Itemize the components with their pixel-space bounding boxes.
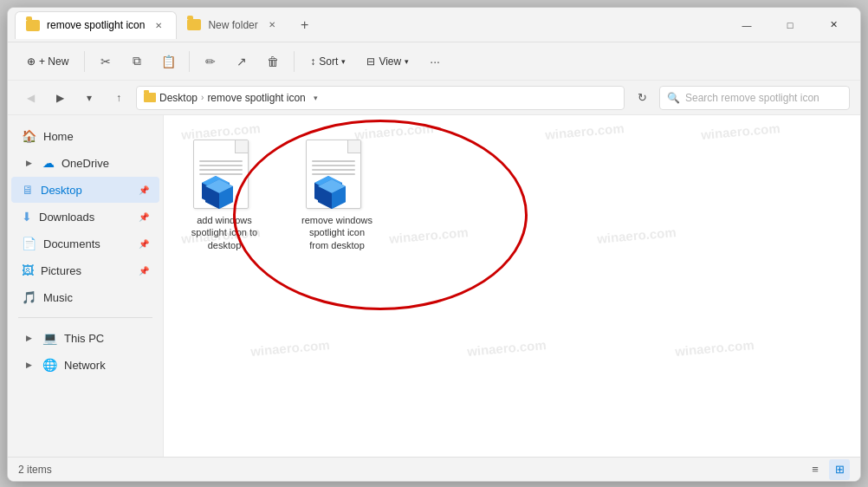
breadcrumb-dropdown-icon[interactable]: ▾ bbox=[309, 86, 323, 110]
reg-file-line bbox=[312, 160, 355, 162]
breadcrumb-current: remove spotlight icon bbox=[207, 92, 305, 104]
onedrive-icon: ☁ bbox=[42, 156, 55, 170]
copy-button[interactable]: ⧉ bbox=[123, 48, 151, 75]
status-bar: 2 items ≡ ⊞ bbox=[8, 457, 860, 481]
delete-button[interactable]: 🗑 bbox=[259, 48, 287, 75]
breadcrumb-desktop: Desktop bbox=[159, 92, 198, 104]
documents-icon: 📄 bbox=[22, 237, 36, 250]
sidebar-item-downloads[interactable]: ⬇ Downloads 📌 bbox=[11, 204, 159, 230]
pin-icon-documents: 📌 bbox=[139, 239, 149, 249]
sidebar-label-pictures: Pictures bbox=[41, 264, 81, 277]
minimize-button[interactable]: — bbox=[727, 11, 767, 39]
more-button[interactable]: ··· bbox=[421, 48, 449, 75]
view-button[interactable]: ⊟ View ▾ bbox=[358, 52, 418, 71]
onedrive-expand-icon[interactable]: ▶ bbox=[22, 156, 36, 170]
back-button[interactable]: ◀ bbox=[18, 86, 42, 110]
refresh-button[interactable]: ↻ bbox=[630, 86, 654, 110]
file-area: winaero.com winaero.com winaero.com wina… bbox=[164, 115, 860, 457]
sort-icon: ↕ bbox=[310, 55, 315, 68]
sidebar: 🏠 Home ▶ ☁ OneDrive 🖥 Desktop 📌 ⬇ Downlo… bbox=[8, 115, 164, 457]
watermark-8: winaero.com bbox=[249, 337, 330, 359]
watermark-9: winaero.com bbox=[466, 337, 547, 359]
list-view-button[interactable]: ≡ bbox=[805, 459, 826, 480]
tab-new-folder[interactable]: New folder ✕ bbox=[177, 11, 288, 39]
grid-view-button[interactable]: ⊞ bbox=[829, 459, 850, 480]
tab-folder-icon bbox=[26, 20, 40, 31]
sidebar-item-pictures[interactable]: 🖼 Pictures 📌 bbox=[11, 257, 159, 283]
sidebar-label-music: Music bbox=[43, 291, 73, 304]
tab-label-inactive: New folder bbox=[208, 19, 257, 31]
view-chevron-icon: ▾ bbox=[405, 57, 409, 66]
items-count: 2 items bbox=[18, 464, 52, 476]
pin-icon-downloads: 📌 bbox=[139, 212, 149, 222]
tab-remove-spotlight[interactable]: remove spotlight icon ✕ bbox=[15, 11, 177, 39]
sidebar-item-documents[interactable]: 📄 Documents 📌 bbox=[11, 231, 159, 256]
breadcrumb-folder-icon bbox=[144, 93, 156, 102]
sidebar-item-home[interactable]: 🏠 Home bbox=[11, 123, 159, 149]
network-expand-icon[interactable]: ▶ bbox=[22, 358, 36, 372]
forward-button[interactable]: ▶ bbox=[48, 86, 72, 110]
watermark-10: winaero.com bbox=[674, 337, 755, 359]
pin-icon-desktop: 📌 bbox=[139, 185, 149, 195]
breadcrumb-separator-1: › bbox=[201, 93, 204, 102]
tab-close-active[interactable]: ✕ bbox=[152, 18, 165, 32]
cut-button[interactable]: ✂ bbox=[92, 48, 120, 75]
window-controls: — □ ✕ bbox=[727, 11, 853, 39]
up-button[interactable]: ↑ bbox=[107, 86, 131, 110]
view-icon: ⊟ bbox=[366, 55, 375, 68]
file-label-1: add windows spotlight icon to desktop bbox=[188, 214, 261, 251]
file-icon-container-1 bbox=[193, 140, 256, 209]
toolbar-separator-1 bbox=[84, 51, 85, 72]
recent-locations-button[interactable]: ▾ bbox=[77, 86, 101, 110]
rename-button[interactable]: ✏ bbox=[197, 48, 224, 75]
sort-label: Sort bbox=[319, 55, 338, 68]
address-bar: ◀ ▶ ▾ ↑ Desktop › remove spotlight icon … bbox=[8, 81, 860, 115]
new-label: + New bbox=[39, 55, 68, 68]
file-explorer-window: remove spotlight icon ✕ New folder ✕ + —… bbox=[7, 7, 861, 482]
files-grid: add windows spotlight icon to desktop bbox=[181, 133, 843, 258]
breadcrumb[interactable]: Desktop › remove spotlight icon ▾ bbox=[136, 86, 625, 110]
sort-chevron-icon: ▾ bbox=[341, 57, 346, 66]
search-bar[interactable]: 🔍 Search remove spotlight icon bbox=[659, 86, 850, 110]
file-label-2: remove windows spotlight icon from deskt… bbox=[301, 214, 373, 251]
share-button[interactable]: ↗ bbox=[228, 48, 256, 75]
desktop-icon: 🖥 bbox=[22, 183, 34, 197]
home-icon: 🏠 bbox=[22, 129, 36, 143]
paste-button[interactable]: 📋 bbox=[154, 48, 182, 75]
content-area: 🏠 Home ▶ ☁ OneDrive 🖥 Desktop 📌 ⬇ Downlo… bbox=[8, 115, 860, 457]
maximize-button[interactable]: □ bbox=[770, 11, 810, 39]
search-icon: 🔍 bbox=[667, 92, 680, 104]
sidebar-item-desktop[interactable]: 🖥 Desktop 📌 bbox=[11, 177, 159, 203]
cubes-icon-2 bbox=[302, 171, 347, 216]
sidebar-label-downloads: Downloads bbox=[39, 211, 94, 224]
pin-icon-pictures: 📌 bbox=[139, 266, 149, 276]
file-item-remove-spotlight[interactable]: remove windows spotlight icon from deskt… bbox=[294, 133, 380, 258]
reg-file-line bbox=[199, 165, 243, 166]
music-icon: 🎵 bbox=[22, 290, 36, 304]
search-placeholder: Search remove spotlight icon bbox=[685, 92, 819, 104]
pictures-icon: 🖼 bbox=[22, 263, 34, 277]
reg-file-line bbox=[199, 160, 243, 162]
sidebar-item-network[interactable]: ▶ 🌐 Network bbox=[11, 352, 159, 378]
sidebar-item-onedrive[interactable]: ▶ ☁ OneDrive bbox=[11, 150, 159, 176]
tab-label-active: remove spotlight icon bbox=[47, 19, 145, 31]
toolbar: ⊕ + New ✂ ⧉ 📋 ✏ ↗ 🗑 ↕ Sort ▾ ⊟ View ▾ ··… bbox=[8, 42, 860, 81]
file-item-add-spotlight[interactable]: add windows spotlight icon to desktop bbox=[181, 133, 268, 258]
new-button[interactable]: ⊕ + New bbox=[18, 52, 77, 71]
tab-folder-icon-2 bbox=[187, 19, 201, 30]
close-button[interactable]: ✕ bbox=[813, 11, 853, 39]
sidebar-item-music[interactable]: 🎵 Music bbox=[11, 284, 159, 310]
sidebar-item-thispc[interactable]: ▶ 💻 This PC bbox=[11, 325, 159, 351]
sort-button[interactable]: ↕ Sort ▾ bbox=[301, 52, 354, 71]
cubes-icon-1 bbox=[190, 171, 235, 216]
network-icon: 🌐 bbox=[42, 358, 57, 372]
sidebar-label-onedrive: OneDrive bbox=[62, 157, 109, 170]
thispc-expand-icon[interactable]: ▶ bbox=[22, 331, 36, 345]
new-tab-button[interactable]: + bbox=[293, 13, 317, 37]
toolbar-separator-2 bbox=[189, 51, 190, 72]
downloads-icon: ⬇ bbox=[22, 210, 32, 224]
sidebar-label-thispc: This PC bbox=[64, 332, 104, 345]
new-icon: ⊕ bbox=[27, 55, 36, 68]
tab-close-inactive[interactable]: ✕ bbox=[265, 18, 279, 32]
annotation-circle bbox=[233, 120, 528, 310]
